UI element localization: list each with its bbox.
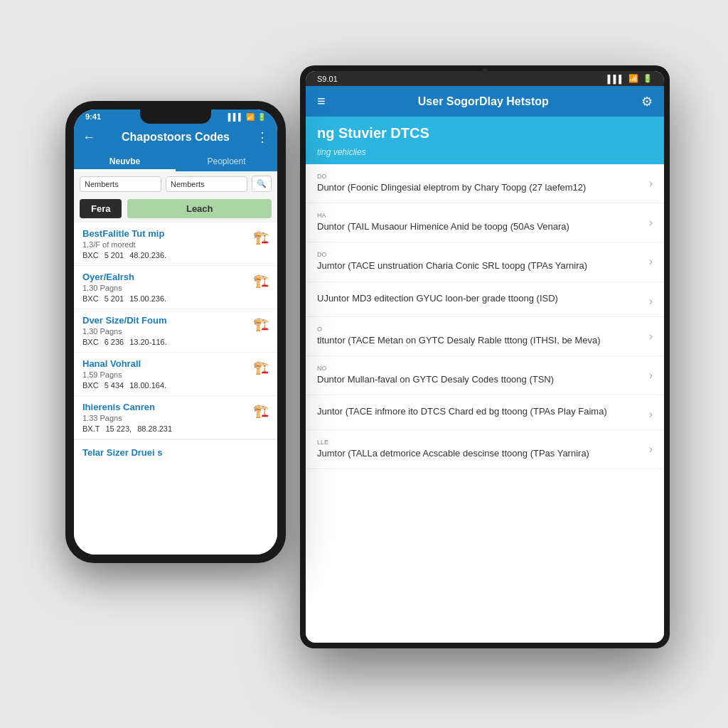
- phone-header: ← Chapostoors Codes ⋮: [74, 124, 277, 151]
- code-3: 18.00.164.: [129, 381, 166, 390]
- code-3: 13.20-116.: [129, 338, 167, 346]
- list-item-content: Dver Size/Dit Foum 1.30 Pagns BXC 6 236 …: [82, 315, 249, 346]
- chevron-right-icon: ›: [649, 408, 653, 421]
- list-item[interactable]: Oyer/Ealrsh 1.30 Pagns BXC 5 201 15.00.2…: [74, 266, 277, 309]
- tablet-list-item[interactable]: no Duntor Mullan-faval on GYTC Desaly Co…: [306, 356, 664, 395]
- list-item[interactable]: BestFalitle Tut mip 1.3/F of moredt BXC …: [74, 223, 277, 266]
- tablet-list-item-label: no: [317, 365, 643, 372]
- phone-wifi-icon: 📶: [246, 113, 255, 121]
- tablet-list: do Duntor (Foonic Dlingesial eleptrom by…: [306, 164, 664, 643]
- list-item-icon: 🏗️: [253, 273, 269, 289]
- scene: 9:41 ▌▌▌ 📶 🔋 ← Chapostoors Codes ⋮ Neuvb…: [44, 44, 684, 684]
- phone-tabs: Neuvbe Peoploent: [74, 151, 277, 171]
- tablet-list-item-label: do: [317, 251, 643, 258]
- tablet-list-item[interactable]: do Duntor (Foonic Dlingesial eleptrom by…: [306, 164, 664, 203]
- tablet-menu-button[interactable]: ≡: [317, 93, 326, 109]
- chevron-right-icon: ›: [649, 177, 653, 190]
- tablet-list-item[interactable]: Juntor (TACE infmore ito DTCS Chard ed b…: [306, 395, 664, 430]
- tablet-header-title: User SogorDlay Hetstop: [326, 95, 641, 108]
- tablet-list-item-title: tltuntor (TACE Metan on GYTC Desaly Rabl…: [317, 334, 643, 347]
- phone-action-row: Fera Leach: [74, 196, 277, 223]
- list-item-sub: 1.3/F of moredt: [82, 240, 249, 249]
- tablet-list-item-content: lle Jumtor (TALLa detmorice Acscable des…: [317, 439, 643, 460]
- phone-signal-icon: ▌▌▌: [228, 113, 243, 121]
- tablet-list-item-content: o tltuntor (TACE Metan on GYTC Desaly Ra…: [317, 326, 643, 347]
- leach-button[interactable]: Leach: [127, 199, 272, 218]
- phone-search-button[interactable]: 🔍: [252, 176, 272, 192]
- phone-header-title: Chapostoors Codes: [122, 131, 230, 144]
- list-item-content: BestFalitle Tut mip 1.3/F of moredt BXC …: [82, 228, 249, 259]
- phone-more-button[interactable]: ⋮: [256, 129, 269, 145]
- tablet-list-item-content: no Duntor Mullan-faval on GYTC Desaly Co…: [317, 365, 643, 386]
- phone-select-1[interactable]: Nemberts: [80, 176, 161, 192]
- phone-status-icons: ▌▌▌ 📶 🔋: [228, 113, 266, 121]
- list-item-codes: BXC 5 201 48.20.236.: [82, 251, 249, 259]
- list-item[interactable]: Ihierenis Canren 1.33 Pagns BX.T 15 223,…: [74, 396, 277, 439]
- list-item-sub: 1.30 Pagns: [82, 284, 249, 292]
- tablet-list-item-title: Duntor (TAIL Musaour Himenice Anid be to…: [317, 220, 643, 233]
- phone-filter-row: Nemberts Nemberts 🔍: [74, 171, 277, 196]
- phone-bottom-item-title: Telar Sizer Druei s: [82, 447, 269, 458]
- list-item-icon: 🏗️: [253, 360, 269, 375]
- phone-back-button[interactable]: ←: [82, 130, 95, 145]
- list-item-title: Hanal Vohrall: [82, 358, 249, 369]
- list-item-icon: 🏗️: [253, 230, 269, 245]
- tablet-list-item-label: lle: [317, 439, 643, 446]
- tablet-list-item[interactable]: do Jumtor (TACE unstruation Charia Conic…: [306, 242, 664, 282]
- tablet-settings-button[interactable]: ⚙: [641, 94, 653, 109]
- code-3: 88.28.231: [137, 424, 172, 433]
- chevron-right-icon: ›: [649, 369, 653, 382]
- tab-neuvbe[interactable]: Neuvbe: [74, 151, 176, 171]
- tablet-list-item[interactable]: lle Jumtor (TALLa detmorice Acscable des…: [306, 430, 664, 469]
- tab-peoploent[interactable]: Peoploent: [176, 151, 277, 171]
- tablet-list-item-label: ha: [317, 212, 643, 219]
- list-item-content: Oyer/Ealrsh 1.30 Pagns BXC 5 201 15.00.2…: [82, 272, 249, 303]
- tablet-signal-icon: ▌▌▌: [608, 75, 624, 83]
- list-item[interactable]: Dver Size/Dit Foum 1.30 Pagns BXC 6 236 …: [74, 309, 277, 353]
- tablet-list-item-title: Duntor Mullan-faval on GYTC Desaly Codes…: [317, 373, 643, 386]
- tablet-camera: [482, 68, 488, 74]
- list-item-codes: BX.T 15 223, 88.28.231: [82, 424, 249, 433]
- tablet-device: S9.01 ▌▌▌ 📶 🔋 ≡ User SogorDlay Hetstop ⚙…: [300, 65, 670, 648]
- tablet-list-item[interactable]: o tltuntor (TACE Metan on GYTC Desaly Ra…: [306, 317, 664, 356]
- tablet-status-icons: ▌▌▌ 📶 🔋: [608, 74, 653, 83]
- code-1: BX.T: [82, 424, 100, 433]
- phone-bottom-item[interactable]: Telar Sizer Druei s: [74, 439, 277, 465]
- tablet-list-item-title: UJuntor MD3 editection GYUC loon-ber gra…: [317, 292, 643, 305]
- list-item[interactable]: Hanal Vohrall 1.59 Pagns BXC 5 434 18.00…: [74, 353, 277, 396]
- chevron-right-icon: ›: [649, 443, 653, 456]
- tablet-list-item[interactable]: ha Duntor (TAIL Musaour Himenice Anid be…: [306, 203, 664, 242]
- tablet-list-item-title: Duntor (Foonic Dlingesial eleptrom by Ch…: [317, 181, 643, 194]
- code-2: 5 201: [105, 251, 124, 259]
- chevron-right-icon: ›: [649, 216, 653, 229]
- list-item-icon: 🏗️: [253, 403, 269, 419]
- list-item-sub: 1.59 Pagns: [82, 370, 249, 379]
- list-item-sub: 1.30 Pagns: [82, 327, 249, 336]
- phone-list: BestFalitle Tut mip 1.3/F of moredt BXC …: [74, 223, 277, 555]
- code-3: 15.00.236.: [129, 294, 166, 303]
- list-item-title: Ihierenis Canren: [82, 402, 249, 412]
- code-3: 48.20.236.: [129, 251, 166, 259]
- chevron-right-icon: ›: [649, 295, 653, 308]
- phone-screen: 9:41 ▌▌▌ 📶 🔋 ← Chapostoors Codes ⋮ Neuvb…: [74, 109, 277, 555]
- code-2: 15 223,: [105, 424, 132, 433]
- list-item-content: Hanal Vohrall 1.59 Pagns BXC 5 434 18.00…: [82, 358, 249, 390]
- phone-device: 9:41 ▌▌▌ 📶 🔋 ← Chapostoors Codes ⋮ Neuvb…: [65, 101, 286, 563]
- phone-time: 9:41: [85, 112, 101, 121]
- list-item-content: Ihierenis Canren 1.33 Pagns BX.T 15 223,…: [82, 402, 249, 433]
- tablet-battery-icon: 🔋: [643, 74, 653, 83]
- tablet-list-item-content: ha Duntor (TAIL Musaour Himenice Anid be…: [317, 212, 643, 233]
- code-2: 6 236: [105, 338, 124, 346]
- tablet-list-item[interactable]: UJuntor MD3 editection GYUC loon-ber gra…: [306, 282, 664, 317]
- tablet-subtitle: ting vehiclies: [306, 146, 664, 164]
- phone-battery-icon: 🔋: [257, 113, 266, 121]
- chevron-right-icon: ›: [649, 330, 653, 343]
- tablet-list-item-content: do Duntor (Foonic Dlingesial eleptrom by…: [317, 173, 643, 194]
- chevron-right-icon: ›: [649, 255, 653, 268]
- tablet-screen: S9.01 ▌▌▌ 📶 🔋 ≡ User SogorDlay Hetstop ⚙…: [306, 71, 664, 643]
- fera-button[interactable]: Fera: [80, 199, 122, 218]
- list-item-codes: BXC 5 434 18.00.164.: [82, 381, 249, 390]
- tablet-page-title: ng Stuvier DTCS: [306, 117, 664, 146]
- tablet-wifi-icon: 📶: [628, 74, 638, 83]
- phone-select-2[interactable]: Nemberts: [166, 176, 247, 192]
